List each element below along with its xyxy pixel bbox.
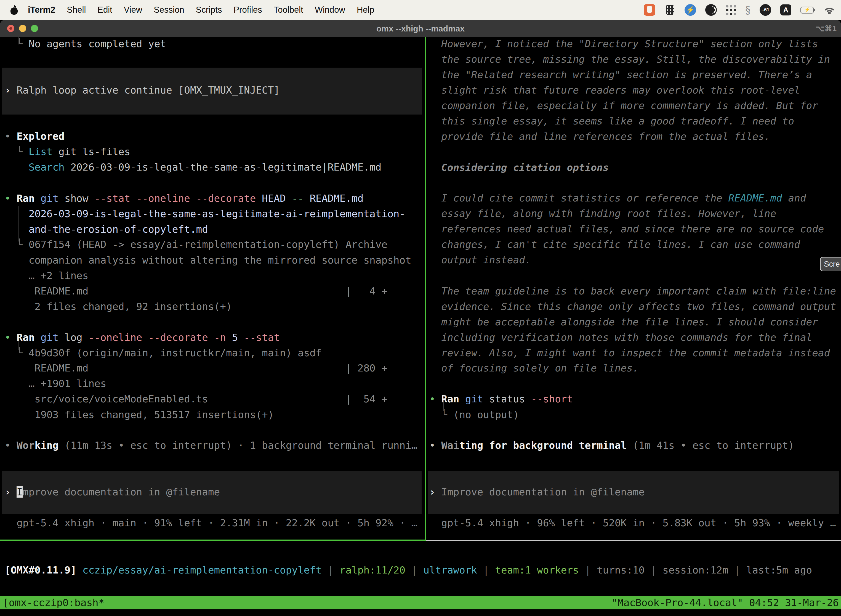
terminal-line: › Ralph loop active continue [OMX_TMUX_I… xyxy=(5,84,280,96)
keypad-icon[interactable] xyxy=(664,4,675,16)
battery-icon[interactable]: ⚡ xyxy=(800,7,814,13)
terminal-line: companion file, especially if more comme… xyxy=(429,100,818,112)
squiggle-icon[interactable]: § xyxy=(745,4,750,16)
terminal-line: might be acceptable alongside the file l… xyxy=(429,316,818,328)
pane-divider[interactable] xyxy=(425,37,426,541)
terminal-line: Search 2026-03-09-is-legal-the-same-as-l… xyxy=(5,161,381,173)
terminal-line: › Improve documentation in @filename xyxy=(5,486,220,498)
terminal-line: └ 4b9d30f (origin/main, instructkr/main,… xyxy=(5,347,322,359)
terminal-line: review. Also, I might want to inspect th… xyxy=(429,347,830,359)
terminal-line: • Waiting for background terminal (1m 41… xyxy=(429,439,794,452)
menu-item-shell[interactable]: Shell xyxy=(61,5,92,15)
terminal-line: the "Related research writing" section i… xyxy=(429,69,812,81)
menu-item-toolbelt[interactable]: Toolbelt xyxy=(268,5,309,15)
tmux-host-clock: "MacBook-Pro-44.local" 04:52 31-Mar-26 xyxy=(611,596,839,609)
screen-share-overlay[interactable]: Scre xyxy=(820,257,841,271)
dots-grid-icon[interactable] xyxy=(726,5,736,15)
terminal-line: slight risk that future readers may over… xyxy=(429,84,800,96)
terminal-line: 2 files changed, 92 insertions(+) xyxy=(5,301,232,313)
terminal-line: of focusing solely on file lines. xyxy=(429,362,639,374)
charging-bolt-icon: ⚡ xyxy=(804,7,810,13)
menu-items: iTerm2ShellEditViewSessionScriptsProfile… xyxy=(22,5,380,15)
wifi-icon[interactable] xyxy=(823,5,836,15)
menu-item-view[interactable]: View xyxy=(118,5,148,15)
tmux-session-label: [omx-cczip0:bash* xyxy=(3,596,104,609)
screen-share-overlay-label: Scre xyxy=(824,260,840,268)
terminal-line: 2026-03-09-is-legal-the-same-as-legitima… xyxy=(5,208,405,220)
right-pane-separator xyxy=(426,540,841,541)
terminal-line: README.md | 4 + xyxy=(5,285,387,297)
terminal-line: └ 067f154 (HEAD -> essay/ai-reimplementa… xyxy=(5,238,387,251)
terminal-line: › Improve documentation in @filename xyxy=(429,486,645,498)
terminal-line: └ List git ls-files xyxy=(5,146,130,158)
terminal-line: └ No agents completed yet xyxy=(5,38,166,50)
badge-61-icon[interactable]: ..61 xyxy=(760,4,771,16)
screen-record-icon[interactable] xyxy=(644,4,655,16)
terminal-line: Considering citation options xyxy=(429,161,609,174)
terminal-line: this single essay, it seems like a good … xyxy=(429,115,794,127)
menu-bar: iTerm2ShellEditViewSessionScriptsProfile… xyxy=(0,0,841,20)
terminal-line: 1903 files changed, 513517 insertions(+) xyxy=(5,409,274,421)
terminal-content: └ No agents completed yet› Ralph loop ac… xyxy=(0,37,841,540)
menu-item-edit[interactable]: Edit xyxy=(92,5,118,15)
menubar-status-icons: ⚡ § ..61 A ⚡ xyxy=(644,4,841,16)
right-pane: However, I noticed the "Directory Struct… xyxy=(429,37,841,540)
terminal-line: references need actual files, and since … xyxy=(429,223,824,235)
menu-item-help[interactable]: Help xyxy=(351,5,380,15)
menu-item-iterm2[interactable]: iTerm2 xyxy=(22,5,61,15)
menu-item-scripts[interactable]: Scripts xyxy=(190,5,228,15)
terminal-line: including verification notes with those … xyxy=(429,331,812,343)
left-pane-separator xyxy=(0,540,425,541)
terminal-line: • Ran git status --short xyxy=(429,393,573,405)
window-shortcut-badge: ⌥⌘1 xyxy=(816,20,837,37)
window-bottom-edge xyxy=(0,609,841,616)
a-square-icon[interactable]: A xyxy=(780,4,791,15)
terminal-line: └ (no output) xyxy=(429,409,519,421)
terminal-line: … +1901 lines xyxy=(5,378,106,390)
terminal-line: changes, I can't cite specific file line… xyxy=(429,238,800,251)
terminal-line: provide file and line references from th… xyxy=(429,131,770,143)
menu-item-session[interactable]: Session xyxy=(148,5,190,15)
terminal-line: I could cite commit statistics or refere… xyxy=(429,192,806,204)
terminal-line: src/voice/voiceModeEnabled.ts | 54 + xyxy=(5,393,387,405)
terminal-line: [OMX#0.11.9] cczip/essay/ai-reimplementa… xyxy=(5,564,812,576)
left-pane: └ No agents completed yet› Ralph loop ac… xyxy=(5,37,425,540)
window-title: omx --xhigh --madmax xyxy=(0,20,841,37)
terminal-line: • Ran git show --stat --oneline --decora… xyxy=(5,192,364,204)
terminal-line: The team guideline is to back every impo… xyxy=(429,285,836,297)
terminal-line: • Working (11m 13s • esc to interrupt) ·… xyxy=(5,439,418,452)
menu-item-window[interactable]: Window xyxy=(309,5,351,15)
terminal-line: essay file, along with finding root file… xyxy=(429,208,776,220)
omx-status-line: [OMX#0.11.9] cczip/essay/ai-reimplementa… xyxy=(5,541,838,597)
window-title-bar: omx --xhigh --madmax ⌥⌘1 xyxy=(0,20,841,37)
tmux-status-bar: [omx-cczip0:bash* "MacBook-Pro-44.local"… xyxy=(0,596,841,609)
apple-logo-icon[interactable] xyxy=(10,5,18,15)
terminal-line: evidence. Since this change only affects… xyxy=(429,301,836,313)
terminal-line: gpt-5.4 xhigh · 96% left · 520K in · 5.8… xyxy=(429,517,836,529)
terminal-line: companion analysis without altering the … xyxy=(5,254,412,266)
terminal-line: • Ran git log --oneline --decorate -n 5 … xyxy=(5,331,280,343)
terminal-line: However, I noticed the "Directory Struct… xyxy=(429,38,818,50)
menu-item-profiles[interactable]: Profiles xyxy=(228,5,268,15)
terminal-line: • Explored xyxy=(5,130,64,142)
terminal-line: the source tree, missing the essay. Stil… xyxy=(429,53,830,65)
moon-icon[interactable] xyxy=(705,4,717,16)
terminal-line: and-the-erosion-of-copyleft.md xyxy=(5,223,208,235)
terminal-line: gpt-5.4 xhigh · main · 91% left · 2.31M … xyxy=(5,517,418,529)
terminal-line: output instead. xyxy=(429,254,531,266)
blue-bolt-icon[interactable]: ⚡ xyxy=(684,4,696,16)
terminal-line: README.md | 280 + xyxy=(5,362,387,374)
terminal-line: … +2 lines xyxy=(5,270,88,282)
